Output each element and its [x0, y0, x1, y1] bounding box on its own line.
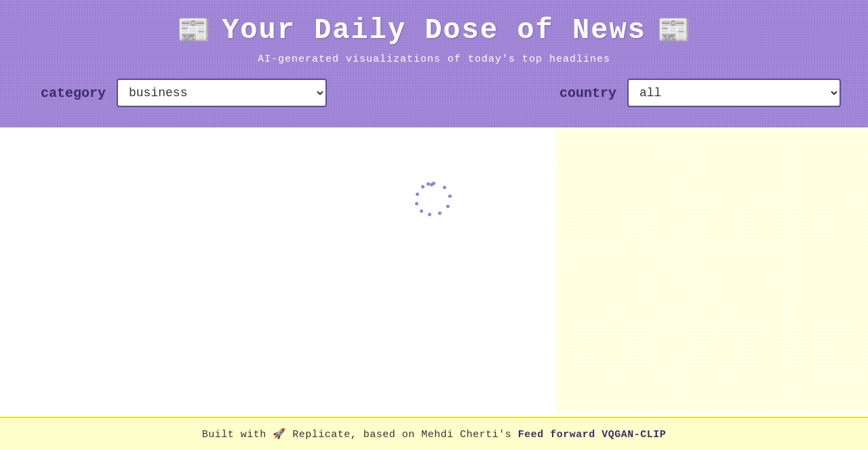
- category-label: category: [41, 85, 106, 101]
- header: 📰 Your Daily Dose of News 📰 AI-generated…: [0, 0, 868, 127]
- spinner-dot-10: [421, 185, 425, 188]
- spinner-dot-8: [415, 202, 418, 205]
- footer: Built with 🚀 Replicate, based on Mehdi C…: [0, 417, 868, 450]
- loading-spinner: [417, 182, 451, 216]
- newspaper-icon-right: 📰: [657, 14, 691, 47]
- spinner-dot-9: [416, 192, 419, 196]
- spinner-dot-2: [443, 186, 446, 189]
- spinner-dot-3: [448, 195, 452, 198]
- spinner-wheel: [417, 182, 451, 216]
- main-content: [0, 127, 868, 412]
- spinner-dot-7: [420, 209, 423, 213]
- country-label: country: [559, 85, 616, 101]
- category-select[interactable]: businessentertainmentgeneralhealthscienc…: [117, 79, 327, 107]
- spinner-dot-4: [446, 205, 450, 208]
- footer-text-before-link: Built with 🚀 Replicate, based on Mehdi C…: [202, 429, 512, 441]
- country-select[interactable]: allaearataubebgbrcachcncocuczdeegfrgbgrh…: [627, 79, 841, 107]
- right-panel: [556, 127, 868, 412]
- footer-link[interactable]: Feed forward VQGAN-CLIP: [518, 429, 667, 441]
- spinner-dot-5: [438, 211, 441, 215]
- title-row: 📰 Your Daily Dose of News 📰: [27, 14, 841, 47]
- newspaper-icon-left: 📰: [177, 14, 211, 47]
- spinner-dot-6: [428, 213, 431, 216]
- page-subtitle: AI-generated visualizations of today's t…: [27, 54, 841, 65]
- page-title: Your Daily Dose of News: [222, 14, 646, 47]
- spinner-dot-12: [430, 183, 433, 186]
- controls-row: category businessentertainmentgeneralhea…: [27, 79, 841, 107]
